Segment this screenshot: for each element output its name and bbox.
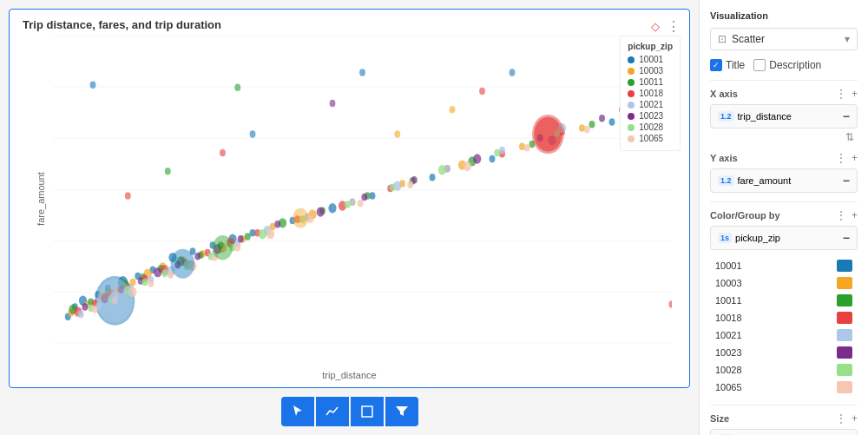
line-chart-tool-button[interactable] <box>316 397 349 426</box>
legend-color-10001 <box>628 56 635 63</box>
color-swatch-10021[interactable] <box>837 329 852 341</box>
select-tool-button[interactable] <box>351 397 384 426</box>
legend-color-10003 <box>628 68 635 75</box>
legend-item-10018: 10018 <box>628 89 673 98</box>
color-remove-button[interactable]: − <box>843 231 850 245</box>
description-checkbox-item[interactable]: Description <box>753 59 821 71</box>
color-field: 1s pickup_zip − <box>710 226 858 250</box>
description-checkbox[interactable] <box>753 59 766 71</box>
cursor-tool-button[interactable] <box>281 397 314 426</box>
y-axis-label: fare_amount <box>36 172 46 226</box>
chart-icons: ◇ ⋮ <box>651 18 681 35</box>
svg-point-182 <box>450 106 456 114</box>
svg-point-174 <box>165 168 171 175</box>
svg-point-154 <box>168 271 174 279</box>
size-more-icon[interactable]: ⋮ <box>836 412 846 425</box>
color-item-10018: 10018 <box>710 309 858 326</box>
svg-point-169 <box>532 115 564 154</box>
chart-title: Trip distance, fares, and trip duration <box>23 18 221 31</box>
svg-point-148 <box>494 149 500 157</box>
color-swatch-10001[interactable] <box>837 260 852 272</box>
color-item-10028: 10028 <box>710 361 858 379</box>
color-add-icon[interactable]: + <box>852 209 858 221</box>
x-type-badge: 1.2 <box>718 111 734 122</box>
svg-point-164 <box>584 126 590 134</box>
title-checkbox[interactable]: ✓ <box>710 59 722 71</box>
size-header: Size ⋮ + <box>710 412 858 425</box>
y-axis-section: Y axis ⋮ + 1.2 fare_amount − <box>710 152 858 193</box>
svg-rect-185 <box>362 406 372 417</box>
title-checkbox-label: Title <box>726 59 745 71</box>
legend-color-10011 <box>628 79 635 86</box>
color-swatch-10018[interactable] <box>837 312 852 324</box>
diamond-icon[interactable]: ◇ <box>651 20 660 33</box>
y-axis-header: Y axis ⋮ + <box>710 152 858 164</box>
svg-point-168 <box>293 208 308 228</box>
legend-item-10021: 10021 <box>628 100 673 109</box>
size-field: 1s time_spent <box>710 429 858 435</box>
color-more-icon[interactable]: ⋮ <box>836 209 846 221</box>
y-axis-add-icon[interactable]: + <box>852 152 858 164</box>
svg-point-175 <box>359 69 365 76</box>
svg-point-129 <box>317 207 325 216</box>
svg-point-160 <box>358 200 364 208</box>
filter-tool-button[interactable] <box>385 397 418 426</box>
svg-point-153 <box>148 280 154 287</box>
more-options-icon[interactable]: ⋮ <box>667 18 681 35</box>
svg-point-172 <box>90 82 96 89</box>
legend-item-10003: 10003 <box>628 66 673 76</box>
svg-point-82 <box>589 121 595 129</box>
svg-point-146 <box>390 183 396 191</box>
x-axis-section-label: X axis <box>710 89 738 99</box>
y-remove-button[interactable]: − <box>843 174 850 188</box>
size-add-icon[interactable]: + <box>852 412 858 425</box>
svg-point-162 <box>464 161 471 171</box>
svg-point-177 <box>330 100 336 108</box>
line-chart-icon <box>326 405 339 419</box>
divider-3 <box>710 405 858 405</box>
svg-point-161 <box>407 181 413 189</box>
chart-legend: pickup_zip 10001 10003 10011 10018 10021 <box>620 36 681 151</box>
color-items-list: 10001 10003 10011 10018 10021 10023 <box>710 257 858 396</box>
x-axis-section: X axis ⋮ + 1.2 trip_distance − ⇅ <box>710 88 858 143</box>
svg-point-127 <box>238 235 244 243</box>
svg-point-128 <box>274 221 280 228</box>
divider-2 <box>710 201 858 202</box>
color-swatch-10028[interactable] <box>837 364 852 376</box>
color-type-badge: 1s <box>718 233 732 243</box>
svg-point-45 <box>609 118 615 126</box>
svg-point-166 <box>171 249 195 279</box>
x-axis-more-icon[interactable]: ⋮ <box>836 88 846 100</box>
title-checkbox-item[interactable]: ✓ Title <box>710 59 745 71</box>
color-item-10001: 10001 <box>710 257 858 274</box>
color-section-label: Color/Group by <box>710 210 780 221</box>
swap-axes-icon[interactable]: ⇅ <box>710 131 854 143</box>
y-axis-section-label: Y axis <box>710 153 738 163</box>
svg-point-180 <box>220 149 226 157</box>
svg-point-150 <box>92 306 98 313</box>
color-swatch-10011[interactable] <box>837 294 852 306</box>
cursor-icon <box>291 405 305 419</box>
color-swatch-10023[interactable] <box>837 346 852 359</box>
color-swatch-10065[interactable] <box>837 381 852 393</box>
divider-1 <box>710 80 858 81</box>
svg-point-167 <box>213 235 233 260</box>
chevron-down-icon: ▾ <box>845 33 850 45</box>
y-axis-more-icon[interactable]: ⋮ <box>836 152 846 164</box>
filter-icon <box>395 405 409 419</box>
size-section: Size ⋮ + 1s time_spent <box>710 412 858 435</box>
svg-point-103 <box>78 311 84 319</box>
chart-area: Trip distance, fares, and trip duration … <box>0 0 699 435</box>
color-item-10023: 10023 <box>710 344 858 361</box>
chart-toolbar <box>9 397 690 426</box>
x-remove-button[interactable]: − <box>843 109 850 123</box>
y-axis-field: 1.2 fare_amount − <box>710 168 858 193</box>
legend-title: pickup_zip <box>628 42 673 51</box>
svg-point-43 <box>490 155 496 163</box>
color-swatch-10003[interactable] <box>837 277 852 289</box>
x-axis-add-icon[interactable]: + <box>852 88 858 100</box>
svg-point-178 <box>669 300 672 308</box>
x-field-name: trip_distance <box>738 111 792 122</box>
viz-type-select[interactable]: ⊡ Scatter ▾ <box>710 28 858 50</box>
color-item-10003: 10003 <box>710 274 858 292</box>
